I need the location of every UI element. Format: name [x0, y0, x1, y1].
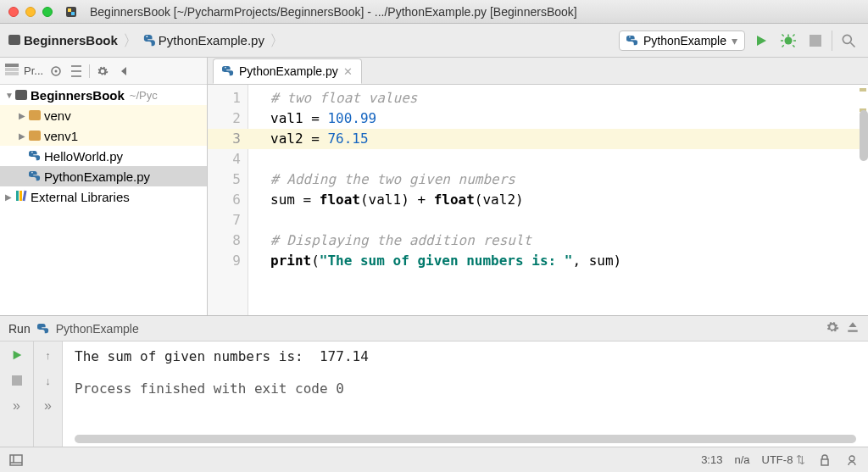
run-config-label[interactable]: PythonExample	[56, 322, 139, 336]
output-line: The sum of given numbers is: 177.14	[75, 348, 856, 364]
code-line[interactable]: # two float values	[270, 88, 868, 108]
search-button[interactable]	[837, 30, 860, 52]
hide-icon[interactable]	[115, 64, 131, 79]
code-line[interactable]: sum = float(val1) + float(val2)	[270, 190, 868, 210]
console-output[interactable]: The sum of given numbers is: 177.14 Proc…	[63, 342, 868, 447]
horizontal-scrollbar[interactable]	[75, 435, 856, 443]
encoding[interactable]: UTF-8 ⇅	[762, 453, 805, 466]
svg-point-13	[843, 35, 851, 43]
stop-button[interactable]	[8, 372, 25, 389]
code-line[interactable]: print("The sum of given numbers is: ", s…	[270, 251, 868, 271]
tool-windows-icon[interactable]	[8, 453, 24, 468]
code-editor[interactable]: 123456789 # two float valuesval1 = 100.9…	[208, 85, 868, 315]
disclosure-right-icon[interactable]: ▶	[19, 111, 29, 120]
disclosure-right-icon[interactable]: ▶	[19, 131, 29, 141]
svg-rect-24	[22, 190, 26, 200]
window-zoom-button[interactable]	[42, 7, 53, 17]
debug-button[interactable]	[777, 30, 799, 52]
status-bar: 3:13 n/a UTF-8 ⇅	[0, 447, 868, 472]
window-close-button[interactable]	[8, 7, 19, 17]
disclosure-down-icon[interactable]: ▼	[5, 91, 15, 100]
tree-external-libraries[interactable]: ▶ External Libraries	[0, 186, 207, 207]
external-libraries-label: External Libraries	[31, 190, 130, 204]
code-content[interactable]: # two float valuesval1 = 100.99val2 = 76…	[248, 85, 868, 315]
svg-line-9	[782, 34, 784, 36]
tree-item[interactable]: ▶venv	[0, 105, 207, 125]
vertical-scrollbar[interactable]	[860, 110, 868, 161]
up-icon[interactable]: ↑	[40, 347, 57, 364]
cursor-position[interactable]: 3:13	[701, 453, 722, 466]
code-line[interactable]	[270, 210, 868, 230]
stop-button[interactable]	[804, 30, 826, 52]
svg-rect-29	[821, 459, 828, 465]
down-icon[interactable]: ↓	[40, 372, 57, 389]
title-bar: BeginnersBook [~/PycharmProjects/Beginne…	[0, 0, 868, 24]
separator	[89, 64, 90, 78]
tree-item-label: PythonExample.py	[44, 169, 150, 184]
separator	[832, 31, 832, 51]
svg-point-4	[629, 36, 631, 37]
tree-item[interactable]: HelloWorld.py	[0, 146, 207, 166]
python-file-icon	[29, 150, 41, 162]
project-tool-header: Pr...	[0, 58, 207, 85]
scroll-from-source-icon[interactable]	[48, 64, 64, 79]
project-folder-icon	[15, 90, 27, 100]
window-title: BeginnersBook [~/PycharmProjects/Beginne…	[90, 5, 577, 19]
project-tree[interactable]: ▼ BeginnersBook ~/Pyc ▶venv▶venv1HelloWo…	[0, 85, 207, 315]
editor-tab[interactable]: PythonExample.py ✕	[213, 58, 362, 84]
tree-root[interactable]: ▼ BeginnersBook ~/Pyc	[0, 85, 207, 105]
svg-line-12	[793, 45, 794, 47]
chevron-right-icon: 〉	[121, 31, 140, 51]
folder-icon	[29, 110, 41, 120]
project-sidebar: Pr... ▼ BeginnersBook ~/Pyc ▶venv▶venv	[0, 58, 208, 315]
app-icon	[64, 5, 78, 19]
close-icon[interactable]: ✕	[343, 65, 353, 78]
gear-icon[interactable]	[95, 64, 110, 79]
tree-item[interactable]: ▶venv1	[0, 125, 207, 146]
svg-point-30	[849, 456, 854, 461]
code-line[interactable]: val1 = 100.99	[270, 108, 868, 129]
gear-icon[interactable]	[826, 320, 839, 336]
more-icon[interactable]: »	[40, 397, 57, 414]
python-file-icon	[222, 65, 234, 77]
chevron-down-icon: ▾	[732, 34, 737, 47]
project-view-icon[interactable]	[5, 64, 19, 78]
code-line[interactable]: val2 = 76.15	[248, 129, 868, 149]
editor-tab-label: PythonExample.py	[239, 64, 338, 78]
project-tool-label[interactable]: Pr...	[24, 64, 43, 77]
collapse-all-icon[interactable]	[69, 64, 84, 79]
run-controls-col1: »	[0, 342, 34, 447]
rerun-button[interactable]	[8, 347, 25, 364]
breadcrumb-file[interactable]: PythonExample.py	[159, 33, 264, 47]
main-split: Pr... ▼ BeginnersBook ~/Pyc ▶venv▶venv	[0, 58, 868, 315]
code-line[interactable]: # Displaying the addition result	[270, 230, 868, 251]
disclosure-right-icon[interactable]: ▶	[5, 192, 15, 202]
tree-item[interactable]: PythonExample.py	[0, 166, 207, 186]
code-line[interactable]	[270, 149, 868, 169]
python-file-icon	[143, 35, 155, 47]
lock-icon[interactable]	[817, 453, 832, 468]
breadcrumb-project[interactable]: BeginnersBook	[24, 33, 118, 47]
python-icon	[626, 35, 638, 47]
svg-rect-23	[19, 191, 22, 201]
editor-area: PythonExample.py ✕ 123456789 # two float…	[208, 58, 868, 315]
run-body: » ↑ ↓ » The sum of given numbers is: 177…	[0, 342, 868, 447]
tree-root-path: ~/Pyc	[130, 89, 158, 102]
tree-root-label: BeginnersBook	[31, 88, 125, 103]
window-minimize-button[interactable]	[25, 7, 36, 17]
svg-rect-17	[5, 72, 19, 75]
libraries-icon	[15, 190, 27, 204]
inspector-icon[interactable]	[844, 453, 860, 468]
run-tool-window: Run PythonExample » ↑ ↓ » The sum of giv…	[0, 315, 868, 447]
run-config-selector[interactable]: PythonExample ▾	[619, 31, 745, 51]
line-gutter[interactable]: 123456789	[208, 85, 248, 315]
code-line[interactable]: # Adding the two given numbers	[270, 169, 868, 190]
more-icon[interactable]: »	[8, 397, 25, 414]
run-tool-label[interactable]: Run	[8, 322, 31, 336]
editor-tabs: PythonExample.py ✕	[208, 58, 868, 85]
exit-line: Process finished with exit code 0	[75, 380, 856, 397]
hide-icon[interactable]	[846, 320, 860, 336]
inspection-status[interactable]: n/a	[734, 453, 749, 466]
tree-item-label: venv	[44, 108, 71, 123]
run-button[interactable]	[750, 30, 772, 52]
